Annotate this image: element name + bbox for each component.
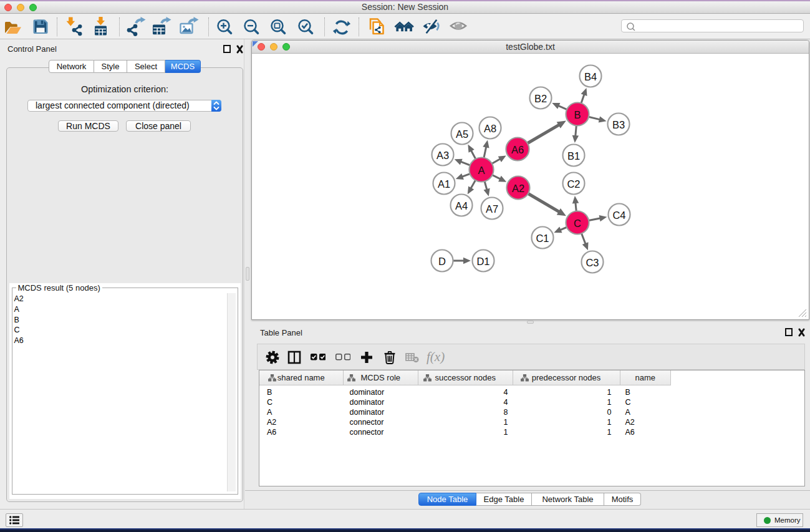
- svg-text:A: A: [478, 165, 485, 176]
- svg-text:B: B: [574, 109, 581, 120]
- svg-text:A7: A7: [486, 203, 498, 215]
- svg-text:B1: B1: [567, 150, 580, 162]
- svg-text:C2: C2: [567, 178, 580, 190]
- svg-text:A3: A3: [436, 150, 449, 161]
- svg-text:A2: A2: [512, 183, 524, 194]
- svg-text:A4: A4: [455, 200, 468, 211]
- svg-text:D1: D1: [476, 256, 489, 267]
- svg-text:C4: C4: [612, 210, 625, 221]
- svg-text:B3: B3: [612, 119, 625, 130]
- svg-text:A5: A5: [456, 128, 468, 140]
- svg-text:D: D: [438, 256, 446, 267]
- svg-text:C1: C1: [536, 233, 549, 244]
- svg-text:A6: A6: [511, 144, 524, 155]
- svg-text:A8: A8: [484, 123, 496, 134]
- svg-text:A1: A1: [438, 178, 450, 190]
- svg-text:C3: C3: [586, 257, 599, 268]
- svg-text:B2: B2: [534, 93, 547, 104]
- svg-text:C: C: [574, 218, 581, 229]
- svg-text:B4: B4: [584, 71, 597, 82]
